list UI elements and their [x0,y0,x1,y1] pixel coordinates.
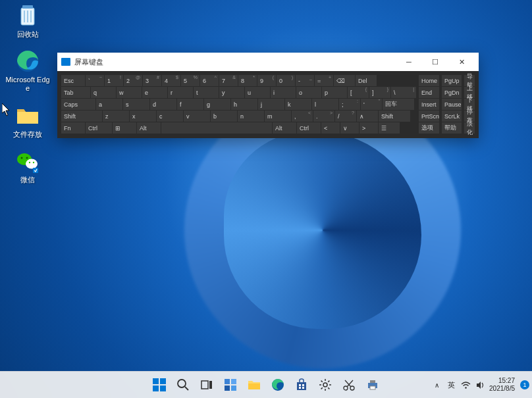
key-[interactable]: $4 [162,75,180,86]
key-d[interactable]: d [150,99,176,110]
key-[interactable]: (9 [257,75,276,86]
key-shift[interactable]: Shift [379,111,410,122]
settings-button[interactable] [315,374,336,395]
key-[interactable]: >. [313,111,334,122]
key-esc[interactable]: Esc [61,75,85,86]
key-space[interactable] [161,122,272,134]
store-button[interactable] [291,374,312,395]
snip-button[interactable] [338,374,359,395]
navkey-home[interactable]: Home [419,75,439,86]
key-[interactable]: @2 [124,75,142,86]
key-[interactable]: _- [296,75,314,86]
key-[interactable]: !1 [105,75,123,86]
key-[interactable]: ∨ [340,122,359,134]
key-del[interactable]: Del [356,75,377,86]
key-caps[interactable]: Caps [61,99,95,110]
key-[interactable]: 回车 [383,99,414,110]
key-p[interactable]: p [322,87,347,98]
key-o[interactable]: o [296,87,321,98]
taskview-button[interactable] [196,374,217,395]
key-[interactable]: )0 [277,75,295,86]
printer-button[interactable] [362,374,383,395]
key-w[interactable]: w [117,87,142,98]
desktop-icon-recycle-bin[interactable]: 回收站 [5,3,50,39]
search-button[interactable] [173,374,194,395]
explorer-button[interactable] [244,374,265,395]
key-[interactable]: ?/ [335,111,356,122]
key-f[interactable]: f [177,99,203,110]
key-[interactable]: <, [292,111,313,122]
navkey-帮助[interactable]: 帮助 [442,122,462,134]
ime-indicator[interactable]: 英 [446,380,456,390]
key-[interactable]: ∧ [357,111,378,122]
navkey-pgup[interactable]: PgUp [442,75,462,86]
navkey-prtscn[interactable]: PrtScn [419,111,439,122]
key-[interactable]: }] [369,87,390,98]
key-[interactable]: :; [339,99,360,110]
edge-button[interactable] [267,374,288,395]
key-k[interactable]: k [285,99,311,110]
key-[interactable]: ^6 [200,75,219,86]
clock[interactable]: 15:27 2021/8/5 [489,377,516,393]
key-[interactable]: < [321,122,340,134]
minimize-button[interactable]: ─ [396,53,422,71]
key-shift[interactable]: Shift [61,111,102,122]
key-j[interactable]: j [258,99,284,110]
key-ctrl[interactable]: Ctrl [297,122,321,134]
widgets-button[interactable] [220,374,241,395]
key-[interactable]: += [315,75,333,86]
key-fn[interactable]: Fn [61,122,85,134]
key-[interactable]: |\ [391,87,416,98]
maximize-button[interactable]: ☐ [422,53,448,71]
desktop-icon-edge[interactable]: Microsoft Edge [5,48,50,93]
key-[interactable]: {[ [348,87,369,98]
navkey-scrlk[interactable]: ScrLk [442,111,462,122]
key-alt[interactable]: Alt [273,122,296,134]
key-h[interactable]: h [231,99,257,110]
sidekey-淡化[interactable]: 淡化 [464,122,475,134]
navkey-选项[interactable]: 选项 [419,122,439,134]
key-y[interactable]: y [219,87,244,98]
key-[interactable]: #3 [143,75,161,86]
key-n[interactable]: n [238,111,264,122]
key-[interactable]: *8 [238,75,257,86]
key-g[interactable]: g [204,99,230,110]
key-v[interactable]: v [184,111,210,122]
desktop-icon-wechat[interactable]: 微信 [5,148,50,184]
key-u[interactable]: u [245,87,270,98]
key-e[interactable]: e [142,87,167,98]
key-q[interactable]: q [91,87,116,98]
key-a[interactable]: a [96,99,122,110]
key-l[interactable]: l [312,99,338,110]
key-[interactable]: &7 [219,75,238,86]
navkey-insert[interactable]: Insert [419,99,439,110]
key-x[interactable]: x [130,111,156,122]
key-m[interactable]: m [265,111,291,122]
key-[interactable]: ☰ [379,122,400,134]
navkey-pgdn[interactable]: PgDn [442,87,462,98]
key-[interactable]: ~` [86,75,104,86]
close-button[interactable]: ✕ [448,53,475,71]
wifi-icon[interactable] [460,380,471,390]
navkey-end[interactable]: End [419,87,439,98]
notification-badge[interactable]: 1 [520,380,529,389]
desktop-icon-folder[interactable]: 文件存放 [5,103,50,139]
key-[interactable]: "' [361,99,382,110]
key-i[interactable]: i [271,87,296,98]
key-z[interactable]: z [103,111,129,122]
navkey-pause[interactable]: Pause [442,99,462,110]
key-tab[interactable]: Tab [61,87,90,98]
volume-icon[interactable] [475,380,485,390]
start-button[interactable] [149,374,170,395]
key-s[interactable]: s [123,99,149,110]
key-[interactable]: ⊞ [113,122,136,134]
key-t[interactable]: t [194,87,219,98]
key-c[interactable]: c [157,111,183,122]
key-r[interactable]: r [168,87,193,98]
key-[interactable]: > [359,122,378,134]
key-alt[interactable]: Alt [137,122,161,134]
osk-titlebar[interactable]: 屏幕键盘 ─ ☐ ✕ [57,53,479,71]
key-[interactable]: %5 [181,75,200,86]
tray-chevron-icon[interactable]: ∧ [431,380,442,390]
key-b[interactable]: b [211,111,237,122]
